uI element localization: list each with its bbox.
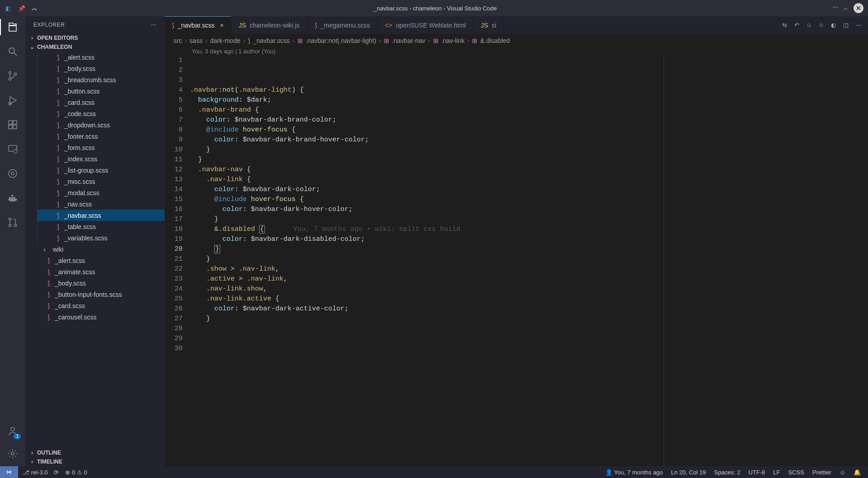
svg-rect-15 (11, 197, 13, 199)
file-item[interactable]: ⟆_carousel.scss (37, 311, 165, 323)
close-tab-icon[interactable]: × (220, 22, 224, 29)
extensions-activity[interactable] (6, 118, 19, 131)
more-actions-icon[interactable]: ⋯ (856, 22, 862, 28)
tab[interactable]: JSsi (473, 16, 504, 34)
file-item[interactable]: ⟆_table.scss (37, 221, 165, 232)
file-item[interactable]: ⟆_button.scss (37, 85, 165, 97)
language-mode[interactable]: SCSS (788, 469, 804, 476)
more-icon[interactable]: ⋯ (151, 22, 157, 28)
folder-item[interactable]: ›wiki (37, 244, 165, 255)
feedback-icon[interactable]: ☺ (840, 469, 845, 476)
file-item[interactable]: ⟆_body.scss (37, 63, 165, 74)
chevron-up-icon[interactable]: ︿ (843, 4, 849, 12)
file-item[interactable]: ⟆_body.scss (37, 277, 165, 289)
tab[interactable]: ⟆_navbar.scss× (165, 16, 231, 34)
timeline-section[interactable]: › TIMELINE (25, 457, 165, 466)
code-area[interactable]: 1234567891011121314151617181920212223242… (165, 56, 868, 466)
chevron-up-double-icon[interactable]: ︽ (32, 4, 38, 12)
compare-changes-icon[interactable]: ⇆ (782, 22, 787, 28)
indentation[interactable]: Spaces: 2 (714, 469, 741, 476)
file-item[interactable]: ⟆_footer.scss (37, 131, 165, 142)
scss-file-icon: ⟆ (55, 133, 61, 140)
gitlens-authors[interactable]: You, 3 days ago | 1 author (You) (165, 47, 868, 56)
breadcrumb-item[interactable]: .navbar:not(.navbar-light) (306, 37, 376, 44)
file-item[interactable]: ⟆_index.scss (37, 153, 165, 164)
chevron-down-icon[interactable]: ﹀ (833, 4, 839, 12)
breadcrumb-item[interactable]: _navbar.scss (253, 37, 290, 44)
file-item[interactable]: ⟆_alert.scss (37, 255, 165, 266)
file-item[interactable]: ⟆_card.scss (37, 300, 165, 311)
remote-indicator[interactable] (0, 466, 18, 478)
scss-file-icon: ⟆ (55, 65, 61, 72)
file-item[interactable]: ⟆_navbar.scss (37, 210, 165, 221)
file-item[interactable]: ⟆_dropdown.scss (37, 119, 165, 131)
eol[interactable]: LF (773, 469, 780, 476)
breadcrumb-item[interactable]: dark-mode (210, 37, 241, 44)
file-name: _misc.scss (64, 178, 95, 185)
file-item[interactable]: ⟆_button-input-fonts.scss (37, 289, 165, 300)
docker-activity[interactable] (6, 192, 19, 204)
explorer-activity[interactable] (6, 21, 19, 33)
breadcrumb[interactable]: src›sass›dark-mode›⟆_navbar.scss›⊞.navba… (165, 34, 868, 47)
file-list[interactable]: ⟆_alert.scss⟆_body.scss⟆_breadcrumb.scss… (25, 52, 165, 448)
file-name: _breadcrumb.scss (64, 76, 116, 84)
git-branch[interactable]: ⎇ rel-3.0 (23, 469, 47, 476)
breadcrumb-item[interactable]: .navbar-nav (392, 37, 425, 44)
tab[interactable]: ⟆_megamenu.scss (307, 16, 378, 34)
github-pr-activity[interactable] (6, 216, 19, 229)
file-item[interactable]: ⟆_breadcrumb.scss (37, 74, 165, 85)
close-button[interactable]: ✕ (854, 3, 863, 13)
cursor-position[interactable]: Ln 20, Col 19 (671, 469, 706, 476)
remote-explorer-activity[interactable] (6, 143, 19, 155)
gitlens-activity[interactable] (6, 167, 19, 180)
scss-file-icon: ⟆ (55, 99, 61, 106)
go-back-icon[interactable]: ↶ (794, 22, 799, 28)
prettier-status[interactable]: Prettier (812, 469, 831, 476)
search-activity[interactable] (6, 45, 19, 58)
file-item[interactable]: ⟆_animate.scss (37, 266, 165, 277)
svg-rect-17 (11, 195, 13, 197)
breadcrumb-item[interactable]: src (174, 37, 182, 44)
breadcrumb-item[interactable]: sass (189, 37, 203, 44)
breadcrumb-item[interactable]: &.disabled (480, 37, 509, 44)
svg-point-13 (11, 172, 14, 175)
file-item[interactable]: ⟆_modal.scss (37, 187, 165, 198)
file-item[interactable]: ⟆_code.scss (37, 108, 165, 119)
scss-file-icon: ⟆ (55, 234, 61, 242)
commit-icon[interactable]: ⊖ (807, 22, 811, 28)
split-editor-icon[interactable]: ◫ (843, 22, 849, 28)
problems-indicator[interactable]: ⊗ 0 ⚠ 0 (65, 469, 87, 476)
file-item[interactable]: ⟆_nav.scss (37, 198, 165, 210)
scss-file-icon: ⟆ (55, 167, 61, 174)
sync-icon[interactable]: ⟳ (54, 469, 59, 476)
breadcrumb-item[interactable]: .nav-link (441, 37, 465, 44)
line-blame[interactable]: 👤 You, 7 months ago (605, 469, 663, 476)
code-content[interactable]: .navbar:not(.navbar-light) { background:… (190, 56, 868, 466)
svg-rect-6 (9, 121, 12, 124)
file-item[interactable]: ⟆_form.scss (37, 142, 165, 153)
file-item[interactable]: ⟆_card.scss (37, 97, 165, 108)
outline-section[interactable]: › OUTLINE (25, 448, 165, 457)
tab[interactable]: JSchameleon-wiki.js (231, 16, 307, 34)
minimap[interactable] (818, 49, 868, 166)
sidebar: EXPLORER ⋯ › OPEN EDITORS ⌄ CHAMELEON ⟆_… (25, 16, 165, 466)
notifications-icon[interactable]: 🔔 (854, 469, 861, 476)
accounts-activity[interactable]: 1 (6, 425, 19, 437)
source-control-activity[interactable] (6, 70, 19, 82)
file-item[interactable]: ⟆_list-group.scss (37, 164, 165, 176)
open-editors-section[interactable]: › OPEN EDITORS (25, 33, 165, 42)
file-name: _alert.scss (55, 257, 85, 264)
file-item[interactable]: ⟆_alert.scss (37, 52, 165, 63)
scss-file-icon: ⟆ (315, 22, 317, 29)
file-item[interactable]: ⟆_variables.scss (37, 232, 165, 244)
settings-activity[interactable] (6, 447, 19, 460)
encoding[interactable]: UTF-8 (748, 469, 765, 476)
commit-forward-icon[interactable]: ⊕ (819, 22, 824, 28)
tab[interactable]: <>openSUSE Weblate.html (377, 16, 473, 34)
workspace-section[interactable]: ⌄ CHAMELEON (25, 42, 165, 52)
file-item[interactable]: ⟆_misc.scss (37, 176, 165, 187)
scss-file-icon: ⟆ (55, 212, 61, 219)
run-debug-activity[interactable] (6, 94, 19, 107)
open-changes-icon[interactable]: ◐ (831, 22, 836, 28)
pin-icon[interactable]: 📌 (18, 5, 25, 12)
